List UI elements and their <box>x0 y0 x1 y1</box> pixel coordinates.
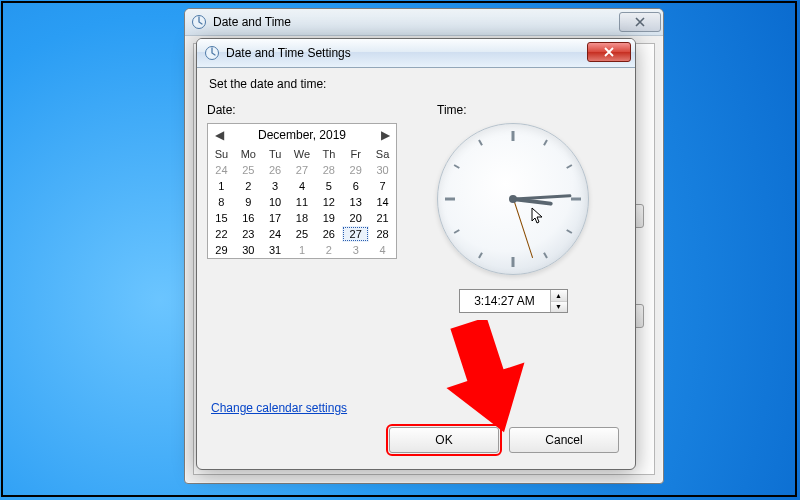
clock-center-pin <box>509 195 517 203</box>
time-input[interactable] <box>460 290 550 312</box>
dialog-titlebar[interactable]: Date and Time Settings <box>197 39 635 68</box>
dialog-body: Set the date and time: Date: ◀ December,… <box>207 75 625 459</box>
time-spin-up-icon[interactable]: ▲ <box>551 290 567 302</box>
calendar-day[interactable]: 19 <box>315 210 342 226</box>
close-button[interactable] <box>587 42 631 62</box>
calendar-day[interactable]: 20 <box>342 210 369 226</box>
calendar-day[interactable]: 12 <box>315 194 342 210</box>
date-label: Date: <box>207 103 397 117</box>
calendar-dow: We <box>289 146 316 162</box>
dialog-title: Date and Time Settings <box>226 46 351 60</box>
calendar-next-icon[interactable]: ▶ <box>378 128 392 142</box>
calendar-day[interactable]: 17 <box>262 210 289 226</box>
calendar-day[interactable]: 18 <box>289 210 316 226</box>
calendar-day[interactable]: 25 <box>289 226 316 242</box>
calendar-day[interactable]: 2 <box>235 178 262 194</box>
calendar-day: 28 <box>315 162 342 178</box>
calendar-day: 26 <box>262 162 289 178</box>
calendar-dow: Th <box>315 146 342 162</box>
calendar-day[interactable]: 10 <box>262 194 289 210</box>
calendar-day: 25 <box>235 162 262 178</box>
calendar-day[interactable]: 7 <box>369 178 396 194</box>
datetime-icon <box>204 45 220 61</box>
close-button[interactable] <box>619 12 661 32</box>
window-title: Date and Time <box>213 15 291 29</box>
calendar-dow: Sa <box>369 146 396 162</box>
calendar-day[interactable]: 26 <box>315 226 342 242</box>
date-and-time-settings-dialog: Date and Time Settings Set the date and … <box>196 38 636 470</box>
time-label: Time: <box>437 103 589 117</box>
date-section: Date: ◀ December, 2019 ▶ SuMoTuWeThFrSa2… <box>207 103 397 313</box>
time-spin-down-icon[interactable]: ▼ <box>551 302 567 313</box>
calendar-day[interactable]: 21 <box>369 210 396 226</box>
calendar-day[interactable]: 22 <box>208 226 235 242</box>
calendar-day[interactable]: 8 <box>208 194 235 210</box>
calendar-day[interactable]: 29 <box>208 242 235 258</box>
time-spinner[interactable]: ▲ ▼ <box>459 289 568 313</box>
calendar-day: 1 <box>289 242 316 258</box>
calendar-day: 2 <box>315 242 342 258</box>
calendar-day[interactable]: 27 <box>342 226 369 242</box>
calendar-prev-icon[interactable]: ◀ <box>212 128 226 142</box>
titlebar[interactable]: Date and Time <box>185 9 663 36</box>
calendar-day[interactable]: 3 <box>262 178 289 194</box>
time-section: Time: <box>437 103 589 313</box>
calendar-day[interactable]: 4 <box>289 178 316 194</box>
calendar-day[interactable]: 15 <box>208 210 235 226</box>
change-calendar-settings-link[interactable]: Change calendar settings <box>211 401 347 415</box>
calendar-day: 27 <box>289 162 316 178</box>
calendar-day[interactable]: 28 <box>369 226 396 242</box>
calendar-grid: SuMoTuWeThFrSa24252627282930123456789101… <box>208 146 396 258</box>
calendar-day[interactable]: 23 <box>235 226 262 242</box>
calendar-day: 30 <box>369 162 396 178</box>
calendar-day[interactable]: 14 <box>369 194 396 210</box>
cancel-button[interactable]: Cancel <box>509 427 619 453</box>
calendar-month-title[interactable]: December, 2019 <box>258 128 346 142</box>
calendar-dow: Su <box>208 146 235 162</box>
calendar-day[interactable]: 24 <box>262 226 289 242</box>
analog-clock <box>437 123 589 275</box>
calendar-day: 3 <box>342 242 369 258</box>
ok-button[interactable]: OK <box>389 427 499 453</box>
dialog-button-row: OK Cancel <box>389 427 619 453</box>
calendar-day[interactable]: 11 <box>289 194 316 210</box>
calendar-day[interactable]: 16 <box>235 210 262 226</box>
calendar-day[interactable]: 9 <box>235 194 262 210</box>
calendar-day[interactable]: 1 <box>208 178 235 194</box>
calendar[interactable]: ◀ December, 2019 ▶ SuMoTuWeThFrSa2425262… <box>207 123 397 259</box>
instruction-text: Set the date and time: <box>209 77 625 91</box>
cancel-button-label: Cancel <box>545 433 582 447</box>
calendar-day[interactable]: 13 <box>342 194 369 210</box>
calendar-day: 29 <box>342 162 369 178</box>
calendar-dow: Tu <box>262 146 289 162</box>
calendar-day: 24 <box>208 162 235 178</box>
calendar-day[interactable]: 30 <box>235 242 262 258</box>
desktop-background: Date and Time Date and Time Settings Set… <box>0 0 800 500</box>
calendar-day: 4 <box>369 242 396 258</box>
calendar-day[interactable]: 31 <box>262 242 289 258</box>
calendar-day[interactable]: 6 <box>342 178 369 194</box>
calendar-dow: Fr <box>342 146 369 162</box>
datetime-icon <box>191 14 207 30</box>
calendar-dow: Mo <box>235 146 262 162</box>
calendar-day[interactable]: 5 <box>315 178 342 194</box>
ok-button-label: OK <box>435 433 452 447</box>
